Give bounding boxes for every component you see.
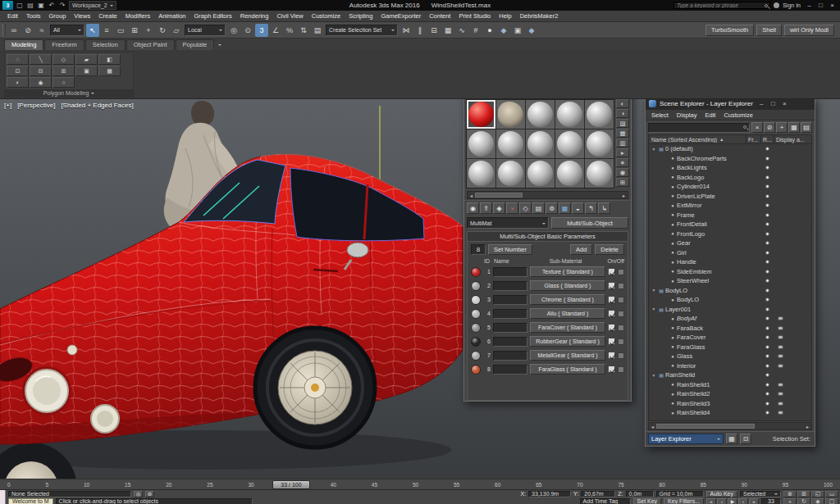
- display-cell[interactable]: [774, 307, 811, 311]
- menu-item[interactable]: Edit: [3, 12, 22, 20]
- render-cell[interactable]: [760, 166, 774, 170]
- scene-tree-row[interactable]: ● FrontDetail: [649, 220, 811, 229]
- display-cell[interactable]: [774, 326, 811, 330]
- reference-coordinate-dropdown[interactable]: Local: [185, 25, 226, 36]
- material-name-field[interactable]: [493, 351, 527, 361]
- material-sample-slot[interactable]: [526, 100, 555, 129]
- assign-material-icon[interactable]: ◈: [493, 202, 505, 214]
- display-cell[interactable]: [774, 297, 811, 302]
- ribbon-toggle-icon[interactable]: ▦: [441, 24, 454, 37]
- timeline-tick[interactable]: 70: [577, 482, 582, 488]
- show-end-result-icon[interactable]: ◒: [572, 202, 584, 214]
- collapse-stack-icon[interactable]: ⊟: [30, 66, 52, 76]
- material-sample-slot[interactable]: [585, 159, 614, 188]
- menu-item[interactable]: Tools: [22, 12, 45, 20]
- scene-tree-row[interactable]: ● Glass: [649, 352, 811, 361]
- zoom-region-icon[interactable]: ▭: [825, 491, 838, 497]
- auto-key-button[interactable]: Auto Key: [706, 491, 737, 497]
- panel-title[interactable]: Polygon Modeling: [5, 89, 133, 97]
- spinner-snap-icon[interactable]: ⇅: [297, 24, 310, 37]
- expand-arrow-icon[interactable]: ▾: [651, 288, 657, 293]
- display-cell[interactable]: [774, 194, 811, 198]
- select-and-scale-icon[interactable]: ▱: [170, 24, 183, 37]
- preview-subobject-icon[interactable]: ⊞: [52, 66, 75, 76]
- node-label[interactable]: FrontLogo: [677, 230, 746, 238]
- display-cell[interactable]: [774, 411, 811, 415]
- node-label[interactable]: Gear: [677, 239, 746, 247]
- help-search[interactable]: [673, 2, 770, 9]
- element-mode-icon[interactable]: ◧: [98, 54, 121, 65]
- material-extra-box[interactable]: [618, 269, 624, 275]
- render-setup-icon[interactable]: ◆: [497, 24, 510, 37]
- render-cell[interactable]: [760, 175, 774, 179]
- maximize-button[interactable]: □: [768, 99, 778, 108]
- material-sample-slot[interactable]: [496, 100, 525, 129]
- modifier-button[interactable]: wirl Only Modi: [784, 25, 834, 36]
- node-label[interactable]: BodyAf: [677, 315, 746, 322]
- rectangular-selection-icon[interactable]: ▭: [114, 24, 127, 37]
- maximize-button[interactable]: □: [815, 1, 826, 10]
- node-label[interactable]: BodyLO: [677, 296, 746, 303]
- scroll-right-icon[interactable]: ▸: [620, 192, 628, 198]
- ribbon-tab[interactable]: Selection: [85, 39, 126, 50]
- render-cell[interactable]: [760, 157, 774, 161]
- scene-tree-row[interactable]: ● FaraBack: [649, 324, 811, 334]
- timeline-tick[interactable]: 20: [166, 482, 171, 488]
- video-color-check-icon[interactable]: ▥: [616, 138, 629, 148]
- render-cell[interactable]: [760, 383, 774, 387]
- render-cell[interactable]: [760, 147, 774, 151]
- node-label[interactable]: Glass: [677, 352, 746, 360]
- node-label[interactable]: SideEmblem: [677, 268, 746, 275]
- car-rear-wheel[interactable]: [255, 328, 375, 447]
- render-cell[interactable]: [760, 373, 774, 377]
- render-cell[interactable]: [760, 316, 774, 320]
- sub-material-button[interactable]: RubberGear ( Standard ): [530, 336, 605, 347]
- scroll-thumb[interactable]: [475, 193, 523, 198]
- scene-tree-row[interactable]: ● BackLogo: [649, 173, 811, 183]
- render-cell[interactable]: [760, 345, 774, 349]
- timeline-tick[interactable]: 60: [495, 482, 500, 488]
- modifier-button[interactable]: TurboSmooth: [705, 25, 754, 36]
- timeline-tick[interactable]: 0: [7, 482, 11, 488]
- material-extra-box[interactable]: [618, 366, 624, 373]
- material-onoff-checkbox[interactable]: [608, 338, 615, 345]
- material-swatch[interactable]: [471, 323, 481, 333]
- zoom-extents-icon[interactable]: ◱: [811, 491, 824, 497]
- make-preview-icon[interactable]: ▸: [616, 148, 629, 157]
- scene-tree-row[interactable]: ● FaraCover: [649, 333, 811, 343]
- column-options-icon[interactable]: ▦: [788, 122, 800, 133]
- scene-tree-row[interactable]: ● BodyLO: [649, 295, 811, 305]
- node-label[interactable]: Interior: [677, 362, 746, 370]
- polygon-mode-icon[interactable]: ▰: [75, 54, 98, 65]
- redo-icon[interactable]: ↷: [57, 1, 67, 10]
- ribbon-tab[interactable]: Object Paint: [126, 39, 175, 50]
- node-label[interactable]: RainSheild4: [677, 409, 746, 416]
- scene-tree-row[interactable]: ● SideEmblem: [649, 267, 811, 277]
- time-slider[interactable]: 33 / 100: [272, 480, 310, 489]
- pan-icon[interactable]: +: [783, 498, 797, 504]
- pin-stack-icon[interactable]: ⊡: [7, 66, 29, 76]
- render-cell[interactable]: [760, 392, 774, 396]
- selection-lock-icon[interactable]: ⊘: [145, 491, 154, 497]
- material-name-field[interactable]: [493, 281, 527, 291]
- material-swatch[interactable]: [471, 295, 481, 305]
- select-and-move-icon[interactable]: +: [142, 24, 155, 37]
- render-cell[interactable]: [760, 184, 774, 188]
- select-object-icon[interactable]: ↖: [86, 24, 99, 37]
- named-selection-sets-icon[interactable]: ▤: [311, 24, 324, 37]
- display-cell[interactable]: [774, 335, 811, 339]
- animate-mode-dropdown[interactable]: Selected: [740, 491, 781, 497]
- tree-scrollbar[interactable]: ◂ ▸: [648, 422, 812, 430]
- menu-item[interactable]: GameExporter: [377, 12, 425, 20]
- menu-item[interactable]: Create: [94, 12, 121, 20]
- node-label[interactable]: Layer001: [665, 306, 746, 313]
- material-sample-slot[interactable]: [555, 159, 584, 188]
- display-cell[interactable]: [774, 251, 811, 255]
- display-cell[interactable]: [774, 364, 811, 368]
- expand-arrow-icon[interactable]: ▾: [651, 147, 657, 152]
- column-header[interactable]: Display a...: [774, 135, 811, 143]
- display-cell[interactable]: [774, 157, 811, 161]
- border-mode-icon[interactable]: ◇: [52, 54, 75, 65]
- generate-topology-icon[interactable]: ▦: [98, 66, 121, 76]
- timeline-tick[interactable]: 95: [783, 482, 788, 488]
